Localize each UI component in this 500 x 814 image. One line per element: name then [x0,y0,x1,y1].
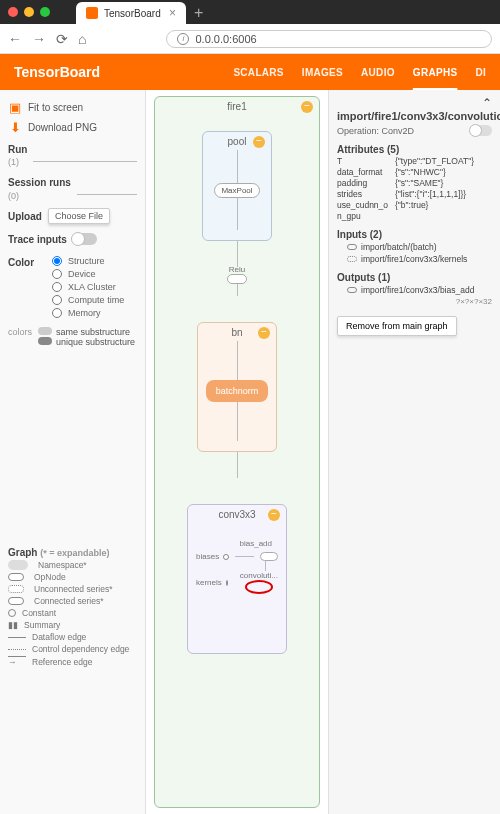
output-shape: ?×?×?×32 [337,297,492,306]
input-link[interactable]: import/fire1/conv3x3/kernels [347,254,492,264]
color-memory-radio[interactable]: Memory [52,308,124,318]
collapse-icon[interactable]: − [301,101,313,113]
maximize-window-icon[interactable] [40,7,50,17]
address-bar[interactable]: i 0.0.0.0:6006 [166,30,492,48]
summary-icon: ▮▮ [8,620,18,630]
pool-namespace[interactable]: pool − MaxPool [202,131,272,241]
maxpool-node[interactable]: MaxPool [214,183,259,198]
minimize-window-icon[interactable] [24,7,34,17]
main-nav-tabs: SCALARS IMAGES AUDIO GRAPHS DI [233,67,486,78]
browser-toolbar: ← → ⟳ ⌂ i 0.0.0.0:6006 [0,24,500,54]
graph-canvas[interactable]: fire1 − pool − MaxPool Relu bn − batchno… [146,90,328,814]
input-link[interactable]: import/batch/(batch) [347,242,492,252]
op-toggle[interactable] [470,125,492,136]
collapse-icon[interactable]: − [268,509,280,521]
app-header: TensorBoard SCALARS IMAGES AUDIO GRAPHS … [0,54,500,90]
trace-inputs-toggle[interactable] [73,233,97,245]
main-area: ▣ Fit to screen ⬇ Download PNG Run (1) S… [0,90,500,814]
trace-inputs-row: Trace inputs [8,230,137,247]
node-title: import/fire1/conv3x3/convolution [337,96,492,123]
site-info-icon[interactable]: i [177,33,189,45]
relu-node[interactable]: Relu [167,265,307,284]
convolution-node-selected[interactable] [245,580,273,594]
collapse-panel-icon[interactable]: ⌃ [482,96,492,110]
download-png-button[interactable]: ⬇ Download PNG [8,120,137,134]
url-text: 0.0.0.0:6006 [195,33,256,45]
attributes-list: T{"type":"DT_FLOAT"} data_format{"s":"NH… [337,156,492,221]
fit-icon: ▣ [8,100,22,114]
nav-scalars[interactable]: SCALARS [233,67,283,78]
color-compute-radio[interactable]: Compute time [52,295,124,305]
close-window-icon[interactable] [8,7,18,17]
remove-from-graph-button[interactable]: Remove from main graph [337,316,457,336]
download-icon: ⬇ [8,120,22,134]
color-xla-radio[interactable]: XLA Cluster [52,282,124,292]
run-row: Run (1) [8,140,137,167]
session-select[interactable] [77,179,137,195]
close-tab-icon[interactable]: × [169,6,176,20]
nav-graphs[interactable]: GRAPHS [413,67,458,78]
macos-titlebar: TensorBoard × + [0,0,500,24]
session-row: Session runs (0) [8,173,137,201]
fire1-namespace[interactable]: fire1 − pool − MaxPool Relu bn − batchno… [154,96,320,808]
run-select[interactable] [33,146,137,162]
browser-tab-tensorboard[interactable]: TensorBoard × [76,2,186,24]
browser-tab-strip: TensorBoard × + [76,0,492,24]
graph-legend: Graph (* = expandable) Namespace* OpNode… [8,547,137,667]
color-section: Color Structure Device XLA Cluster Compu… [8,253,137,321]
back-button[interactable]: ← [8,31,22,47]
reload-button[interactable]: ⟳ [56,31,68,47]
tensorboard-favicon-icon [86,7,98,19]
color-device-radio[interactable]: Device [52,269,124,279]
nav-images[interactable]: IMAGES [302,67,343,78]
home-button[interactable]: ⌂ [78,31,86,47]
tab-title: TensorBoard [104,8,161,19]
conv3x3-namespace[interactable]: conv3x3 − bias_add biases kernels convol… [187,504,287,654]
forward-button[interactable]: → [32,31,46,47]
inputs-list: import/batch/(batch) import/fire1/conv3x… [337,242,492,264]
color-structure-radio[interactable]: Structure [52,256,124,266]
fit-to-screen-button[interactable]: ▣ Fit to screen [8,100,137,114]
new-tab-button[interactable]: + [186,2,211,24]
collapse-icon[interactable]: − [253,136,265,148]
upload-row: Upload Choose File [8,207,137,224]
collapse-icon[interactable]: − [258,327,270,339]
bn-namespace[interactable]: bn − batchnorm [197,322,277,452]
choose-file-button[interactable]: Choose File [48,208,110,224]
nav-distributions[interactable]: DI [475,67,486,78]
brand-logo: TensorBoard [14,64,100,80]
node-details-panel: ⌃ import/fire1/conv3x3/convolution Opera… [328,90,500,814]
colors-legend-row: colors same substructure unique substruc… [8,327,137,347]
outputs-list: import/fire1/conv3x3/bias_add [337,285,492,295]
output-link[interactable]: import/fire1/conv3x3/bias_add [347,285,492,295]
batchnorm-node[interactable]: batchnorm [206,380,269,402]
left-sidebar: ▣ Fit to screen ⬇ Download PNG Run (1) S… [0,90,146,814]
nav-audio[interactable]: AUDIO [361,67,395,78]
